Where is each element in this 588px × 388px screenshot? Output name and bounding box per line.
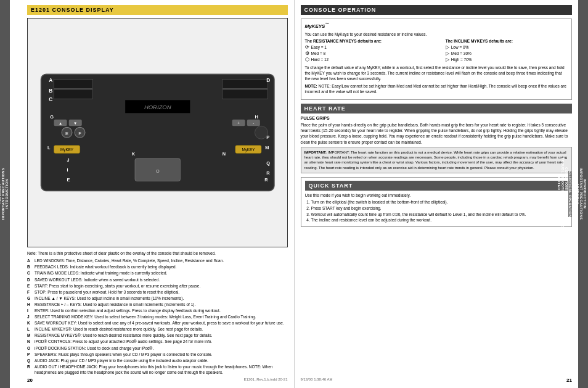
item-f: F STOP: Press to pause/end your workout.… [27, 289, 288, 295]
item-b: B FEEDBACK LEDS: Indicate what workout f… [27, 264, 288, 270]
incline-med-icon: ▷ [446, 51, 449, 56]
left-page: E1201 CONSOLE DISPLAY HORIZON [10, 0, 295, 388]
svg-text:O: O [155, 168, 159, 174]
incline-high-icon: ▷ [446, 57, 449, 62]
item-p-letter: P [27, 352, 35, 357]
important-box: IMPORTANT: IMPORTANT: The heart rate fun… [301, 147, 573, 174]
quick-start-title-text: QUICK START [309, 183, 353, 189]
incline-defaults-title: The INCLINE MYKEYS defaults are: [446, 39, 568, 43]
item-f-text: STOP: Press to pause/end your workout. H… [35, 289, 179, 295]
right-tab-introduction: INTRODUCTION [583, 179, 587, 208]
item-i: I ENTER: Used to confirm selection and a… [27, 308, 288, 313]
resistance-med-label: Med = 8 [311, 51, 326, 56]
tab-introduction: INTRODUCTION [5, 179, 9, 208]
resistance-hard-icon: ⬡ [305, 57, 309, 62]
svg-text:L: L [47, 145, 51, 151]
quick-start-intro: Use this mode if you wish to begin worki… [305, 193, 568, 197]
svg-text:E: E [67, 177, 70, 183]
item-m-letter: M [27, 332, 35, 338]
pulse-grips-title-text: PULSE GRIPS [301, 116, 330, 120]
mykeys-sup: ™ [325, 22, 329, 26]
resistance-defaults-col: The RESISTANCE MYKEYS defaults are: ⟳ Ea… [305, 39, 427, 63]
svg-text:▲: ▲ [58, 121, 62, 125]
item-k-letter: K [27, 320, 35, 326]
mykeys-defaults: The RESISTANCE MYKEYS defaults are: ⟳ Ea… [305, 39, 568, 63]
right-tab-elliptical: ELLIPTICAL OPERATION [568, 171, 572, 218]
pulse-grips-text: Place the palm of your hands directly on… [301, 122, 573, 144]
console-display-title-text: E1201 CONSOLE DISPLAY [31, 7, 114, 13]
incline-defaults-col: The INCLINE MYKEYS defaults are: ▷ Low =… [446, 39, 568, 63]
resistance-hard: ⬡ Hard = 12 [305, 57, 427, 62]
quick-start-step-1: Turn on the elliptical (the switch is lo… [311, 199, 568, 205]
footer-right: 9/13/00 1:38:46 AM [301, 378, 333, 383]
main-content: E1201 CONSOLE DISPLAY HORIZON [10, 0, 578, 388]
item-r-letter: R [27, 364, 35, 375]
svg-text:M: M [265, 145, 269, 151]
item-l: L INCLINE MYKEYS®: Used to reach desired… [27, 326, 288, 332]
heart-rate-title-text: HEART RATE [304, 105, 346, 112]
resistance-med-icon: ⚙ [305, 51, 309, 56]
incline-low-label: Low = 0% [451, 45, 469, 49]
item-d: D SAVED WORKOUT LEDS: Indicate when a sa… [27, 277, 288, 283]
item-o-letter: O [27, 345, 35, 351]
pulse-grips-title: PULSE GRIPS [301, 116, 573, 120]
svg-text:B: B [49, 88, 52, 94]
item-b-text: FEEDBACK LEDS: Indicate what workout fee… [35, 264, 177, 270]
svg-text:+: + [237, 121, 240, 125]
right-tab-conditioning: CONDITIONING GUIDELINES [565, 167, 568, 221]
heart-rate-title: HEART RATE [301, 104, 573, 114]
right-tab-troubleshooting: TROUBLESHOOTING & MAINTENANCE [561, 157, 565, 230]
item-m: M RESISTANCE MYKEYS®: Used to reach desi… [27, 332, 288, 338]
page-numbers-left: 20 E1201_Rev.1.b.indd 20-21 [27, 376, 288, 383]
item-k-text: SAVE WORKOUT KEY: Used to select and use… [35, 320, 284, 326]
resistance-easy: ⟳ Easy = 1 [305, 44, 427, 50]
incline-high-label: High = 70% [451, 57, 472, 62]
right-tab-before: BEFORE YOU BEGIN [572, 175, 576, 213]
item-h-text: RESISTANCE + / – KEYS: Used to adjust re… [35, 302, 195, 307]
mykeys-box: MyKEYS™ You can use the MyKeys to your d… [301, 19, 573, 100]
item-g-letter: G [27, 295, 35, 301]
item-a: A LED WINDOWS: Time, Distance, Calories,… [27, 258, 288, 263]
incline-med-label: Med = 30% [451, 51, 472, 56]
mykeys-change-text: To change the default value of any MyKEY… [305, 65, 568, 81]
item-g: G INCLINE ▲ / ▼ KEYS: Used to adjust inc… [27, 295, 288, 301]
item-d-text: SAVED WORKOUT LEDS: Indicate when a save… [35, 277, 160, 283]
item-c-letter: C [27, 270, 35, 276]
incline-med: ▷ Med = 30% [446, 51, 568, 56]
page-number-left: 20 [27, 378, 33, 383]
svg-text:E: E [65, 131, 68, 136]
remove-note: Note: There is a thin protective sheet o… [27, 250, 288, 256]
item-p-text: SPEAKERS: Music plays through speakers w… [35, 352, 212, 357]
console-op-title-text: CONSOLE OPERATION [304, 7, 377, 13]
item-l-text: INCLINE MYKEYS®: Used to reach desired r… [35, 326, 203, 332]
svg-text:H: H [255, 114, 258, 120]
svg-text:D: D [266, 77, 270, 83]
mykeys-note-text: NOTE: NOTE: Easy/Low cannot be set highe… [305, 83, 568, 94]
svg-text:Q: Q [266, 161, 270, 167]
svg-text:MyKEY: MyKEY [242, 148, 255, 153]
resistance-easy-label: Easy = 1 [311, 45, 327, 49]
svg-text:HORIZON: HORIZON [144, 104, 171, 110]
right-page: CONSOLE OPERATION MyKEYS™ You can use th… [295, 0, 579, 388]
item-l-letter: L [27, 326, 35, 332]
item-n: N iPOD® CONTROLS: Press to adjust your a… [27, 339, 288, 344]
console-diagram: HORIZON A B C D E [35, 24, 280, 241]
item-e-text: START: Press start to begin exercising, … [35, 283, 200, 289]
item-k: K SAVE WORKOUT KEY: Used to select and u… [27, 320, 288, 326]
resistance-defaults-title: The RESISTANCE MYKEYS defaults are: [305, 39, 427, 43]
item-j-text: SELECT TRAINING MODE KEY: Used to select… [35, 314, 256, 320]
item-i-letter: I [27, 308, 35, 313]
svg-rect-6 [222, 90, 267, 99]
item-h-letter: H [27, 302, 35, 307]
mykeys-intro: You can use the MyKeys to your desired r… [305, 31, 568, 37]
svg-text:A: A [49, 77, 52, 83]
important-label: IMPORTANT: [304, 151, 327, 154]
svg-text:G: G [50, 114, 54, 120]
item-n-letter: N [27, 339, 35, 344]
svg-text:J: J [67, 157, 69, 163]
incline-high: ▷ High = 70% [446, 57, 568, 62]
console-image: HORIZON A B C D E [27, 18, 288, 247]
quick-start-step-3: Workout will automatically count time up… [311, 212, 568, 218]
item-e-letter: E [27, 283, 35, 289]
right-tab-important: IMPORTANT PRECAUTIONS [579, 168, 583, 220]
